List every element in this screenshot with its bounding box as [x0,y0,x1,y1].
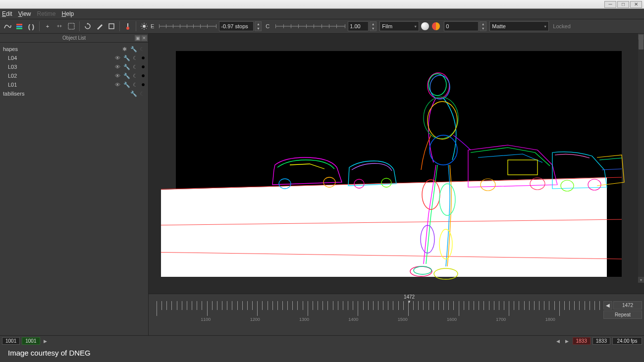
object-list-panel: Object List ▣✕ hapes✱🔧☾ L04👁🔧☾ L03👁🔧☾ L0… [0,34,149,335]
menu-view[interactable]: View [18,10,31,17]
locked-label: Locked [553,23,570,29]
play-forward-icon[interactable]: ▶ [42,338,49,345]
item-label: L03 [3,64,114,70]
svg-line-15 [146,24,147,25]
canvas[interactable] [176,51,622,277]
roto-shapes [161,46,637,294]
separator [39,21,40,31]
eye-icon[interactable]: 👁 [114,55,120,61]
goto-frame-field[interactable]: 1472 [613,301,642,310]
out-point-field[interactable]: 1833 [573,337,590,345]
item-label: L01 [3,82,114,88]
end-range-field[interactable]: 1833 [592,337,610,345]
exposure-label: E [151,23,154,29]
zoom-field[interactable] [348,21,369,31]
svg-point-7 [143,25,146,28]
wrench-icon: 🔧 [123,64,129,70]
parentheses-icon[interactable]: ( ) [26,21,37,32]
color-dot[interactable] [141,83,145,87]
separator [136,21,136,31]
item-label: L02 [3,73,114,79]
svg-rect-1 [16,26,22,27]
layers-icon[interactable] [14,21,25,32]
start-range-field[interactable]: 1001 [2,337,20,345]
list-item[interactable]: hapes✱🔧☾ [0,45,148,53]
zoom-spinner[interactable]: ▲▼ [370,21,376,31]
wrench-icon: 🔧 [123,73,129,79]
svg-rect-0 [16,24,22,25]
panel-dock-icon[interactable]: ▣ [135,35,141,41]
gain-spinner[interactable]: ▲▼ [480,21,486,31]
moon-icon[interactable]: ☾ [132,64,138,70]
menu-retime: Retime [37,10,56,17]
stops-field[interactable] [219,21,254,31]
wrench-icon: 🔧 [123,82,129,88]
colorspace-dropdown[interactable]: Film [379,21,419,31]
white-point-icon[interactable] [421,22,429,30]
exposure-icon[interactable] [139,21,150,32]
add-points-icon[interactable]: ++ [54,21,65,32]
vertical-scrollbar[interactable]: ▲▼ [638,34,644,283]
crop-icon[interactable] [106,21,117,32]
list-item[interactable]: L01👁🔧☾ [0,80,148,89]
goto-prev-button[interactable]: ◀ [603,301,612,310]
stops-label: C [266,23,269,29]
bottom-bar: 1001 1001 ▶ ◀ ▶ 1833 1833 24.00 fps [0,335,644,346]
close-button[interactable]: ✕ [630,1,642,8]
list-item[interactable]: L02👁🔧☾ [0,71,148,80]
toolbar: ( ) + ++ E ▲▼ C ▲▼ Film ▲▼ Matte Locked [0,19,644,34]
svg-rect-3 [68,23,74,29]
in-point-field[interactable]: 1001 [22,337,40,345]
color-dot[interactable] [141,74,145,78]
svg-line-12 [142,24,143,25]
svg-point-6 [126,27,129,30]
star-icon[interactable]: ✱ [121,46,127,52]
image-credit: Image courtesy of DNEG [8,349,91,357]
timeline: 1472▼ 11001200130014001500160017001800 ◀… [149,294,644,335]
menu-bar: Edit View Retime Help [0,9,644,19]
stops-spinner[interactable]: ▲▼ [255,21,262,31]
list-item[interactable]: tabilisers🔧☾ [0,89,148,98]
thermometer-icon[interactable] [122,21,133,32]
color-dot[interactable] [141,65,145,69]
svg-line-13 [146,28,147,29]
eye-icon[interactable]: 👁 [114,82,120,88]
timeline-ruler[interactable]: 11001200130014001500160017001800 [157,301,599,322]
exposure-slider[interactable] [159,24,216,28]
color-dot[interactable] [141,56,145,60]
matte-dropdown[interactable]: Matte [489,21,549,31]
menu-edit[interactable]: Edit [2,10,12,17]
svg-line-14 [142,28,143,29]
selection-icon[interactable] [66,21,77,32]
panel-close-icon[interactable]: ✕ [141,35,147,41]
step-fwd-icon[interactable]: ▶ [564,338,571,345]
gain-field[interactable] [444,21,479,31]
add-point-icon[interactable]: + [42,21,53,32]
list-item[interactable]: L04👁🔧☾ [0,53,148,62]
split-color-icon[interactable] [432,22,440,30]
moon-icon[interactable]: ☾ [132,55,138,61]
wrench-icon: 🔧 [130,46,136,52]
item-label: tabilisers [3,91,130,97]
menu-help[interactable]: Help [62,10,74,17]
window-titlebar: ─ □ ✕ [0,0,644,9]
list-item[interactable]: L03👁🔧☾ [0,62,148,71]
pen-icon[interactable] [94,21,105,32]
repeat-button[interactable]: Repeat [603,310,642,319]
rotate-icon[interactable] [82,21,93,32]
separator [79,21,80,31]
step-back-icon[interactable]: ◀ [555,338,562,345]
shape-tool-icon[interactable] [2,21,13,32]
moon-icon[interactable]: ☾ [132,82,138,88]
panel-title-text: Object List [62,35,86,41]
eye-icon[interactable]: 👁 [114,73,120,79]
minimize-button[interactable]: ─ [604,1,616,8]
eye-icon[interactable]: 👁 [114,64,120,70]
item-label: hapes [3,46,121,52]
moon-icon[interactable]: ☾ [132,73,138,79]
item-label: L04 [3,55,114,61]
fps-field[interactable]: 24.00 fps [612,337,642,345]
svg-rect-4 [109,24,114,29]
gamma-slider[interactable] [275,24,345,28]
maximize-button[interactable]: □ [617,1,629,8]
